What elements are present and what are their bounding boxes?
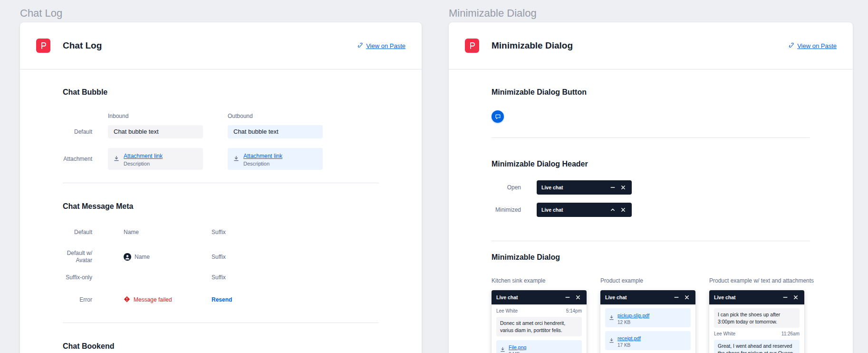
dialog-header-open-row: Open Live chat [492, 180, 810, 195]
view-on-paste-link[interactable]: View on Paste [358, 42, 405, 49]
minimizable-dialog-button-heading: Minimizable Dialog Button [492, 88, 810, 97]
chat-bubble-heading: Chat Bubble [63, 88, 379, 97]
example-label-kitchen-sink: Kitchen sink example [492, 277, 600, 284]
download-icon [233, 155, 239, 163]
outbound-message-bubble: I can pick the shoes up after 3:00pm tod… [714, 308, 800, 328]
row-label-minimized: Minimized [492, 206, 521, 214]
attachment-description: Description [243, 161, 282, 167]
dialog-title: Live chat [541, 185, 606, 190]
row-label-attachment: Attachment [63, 156, 92, 163]
close-icon[interactable] [574, 294, 582, 301]
minimize-icon[interactable] [673, 294, 680, 301]
close-icon[interactable] [619, 206, 627, 214]
minimizable-dialog-title: Minimizable Dialog [492, 40, 573, 51]
close-icon[interactable] [683, 294, 691, 301]
meta-name: Name [135, 254, 150, 260]
minimize-icon[interactable] [564, 294, 571, 301]
outbound-column-label: Outbound [228, 113, 347, 119]
paste-logo-icon [36, 39, 50, 53]
section-divider [492, 137, 810, 138]
chat-bubble-default-row: Default Chat bubble text Chat bubble tex… [63, 125, 379, 138]
row-label-default: Default [63, 128, 92, 136]
chat-message-meta-rows: Default Name Suffix Default w/ Avatar Na… [63, 227, 379, 304]
inbound-message-bubble: Donec sit amet orci hendrerit, varius di… [496, 317, 582, 336]
example-label-product: Product example [600, 277, 709, 284]
chat-bookend-heading: Chat Bookend [63, 342, 379, 351]
meta-suffix: Suffix [212, 229, 226, 235]
section-divider [63, 183, 379, 183]
minimizable-dialog-card-body: Minimizable Dialog Button Minimizable Di… [449, 69, 853, 353]
attachment-description: Description [124, 161, 163, 167]
close-icon[interactable] [619, 184, 627, 191]
view-on-paste-link[interactable]: View on Paste [789, 42, 837, 49]
attachment-link[interactable]: receipt.pdf [617, 335, 641, 341]
error-message: Message failed [134, 296, 172, 303]
attachment-bubble: File.png 2 MB [496, 340, 582, 353]
minimizable-dialog-header-open[interactable]: Live chat [537, 180, 632, 195]
row-label-default: Default [63, 229, 92, 236]
panel-label-minimizable-dialog: Minimizable Dialog [449, 7, 537, 20]
chevron-up-icon[interactable] [609, 206, 617, 214]
timestamp: 11:26am [781, 331, 800, 336]
minimizable-dialog-header-minimized[interactable]: Live chat [537, 203, 632, 217]
row-label-error: Error [63, 296, 92, 304]
inbound-column-label: Inbound [108, 113, 228, 119]
attachment-link[interactable]: pickup-slip.pdf [617, 313, 649, 318]
timestamp: 5:14pm [566, 308, 582, 314]
canvas: Chat Log Minimizable Dialog Chat Log Vie… [0, 0, 868, 353]
dialog-title: Live chat [714, 294, 779, 300]
link-icon [789, 43, 795, 49]
chat-message-meta-heading: Chat Message Meta [63, 202, 379, 211]
example-label-product-text-attachments: Product example w/ text and attachments [709, 277, 818, 284]
download-icon [500, 345, 505, 353]
attachment-size: 17 KB [617, 343, 641, 348]
chat-icon [495, 114, 501, 120]
dialog-title: Live chat [541, 207, 606, 213]
outbound-chat-bubble: Chat bubble text [228, 125, 323, 138]
minimize-icon[interactable] [609, 184, 617, 191]
attachment-size: 12 KB [617, 320, 649, 325]
row-label-open: Open [492, 184, 521, 191]
dialog-body: I can pick the shoes up after 3:00pm tod… [709, 304, 804, 353]
dialog-header[interactable]: Live chat [492, 290, 587, 304]
link-icon [358, 43, 364, 49]
download-icon [609, 336, 614, 345]
download-icon [114, 155, 119, 163]
meta-suffix: Suffix [212, 254, 226, 260]
view-on-paste-label: View on Paste [366, 42, 405, 49]
row-label-suffix-only: Suffix-only [63, 274, 92, 281]
chat-bubble-column-headers: Inbound Outbound [63, 113, 379, 119]
dialog-header[interactable]: Live chat [600, 290, 695, 304]
inbound-attachment-bubble: Attachment link Description [108, 148, 203, 170]
minimize-icon[interactable] [781, 294, 789, 301]
author-name: Lee White [496, 308, 518, 314]
panel-label-chat-log: Chat Log [20, 7, 62, 20]
inbound-chat-bubble: Chat bubble text [108, 125, 203, 138]
meta-row-suffix-only: Suffix-only Suffix [63, 273, 379, 282]
dialog-header[interactable]: Live chat [709, 290, 804, 304]
chat-log-title: Chat Log [63, 40, 102, 51]
paste-logo-icon [465, 39, 479, 53]
error-icon [124, 296, 130, 304]
attachment-link[interactable]: Attachment link [124, 153, 163, 159]
attachment-link[interactable]: File.png [509, 344, 526, 350]
resend-button[interactable]: Resend [212, 296, 232, 303]
attachment-link[interactable]: Attachment link [243, 153, 282, 159]
minimizable-dialog-product: Live chat pickup-slip.pdf 12 KB [600, 290, 695, 353]
close-icon[interactable] [792, 294, 800, 301]
dialog-header-minimized-row: Minimized Live chat [492, 203, 810, 217]
dialog-title: Live chat [605, 294, 670, 300]
meta-name: Name [124, 229, 139, 235]
section-divider [63, 323, 379, 323]
attachment-bubble: receipt.pdf 17 KB [605, 331, 691, 350]
minimizable-dialog-button[interactable] [492, 110, 504, 123]
meta-suffix: Suffix [212, 274, 226, 281]
chat-message-meta: Lee White 11:26am [714, 331, 800, 336]
chat-log-card-header: Chat Log View on Paste [20, 22, 422, 69]
dialog-body: Lee White 5:14pm Donec sit amet orci hen… [492, 304, 587, 353]
dialog-example-labels: Kitchen sink example Product example Pro… [492, 277, 810, 284]
chat-bubble-attachment-row: Attachment Attachment link Description [63, 148, 379, 170]
dialog-body: pickup-slip.pdf 12 KB receipt.pdf 17 KB [600, 304, 695, 353]
outbound-attachment-bubble: Attachment link Description [228, 148, 323, 170]
minimizable-dialog-card: Minimizable Dialog View on Paste Minimiz… [449, 22, 853, 353]
